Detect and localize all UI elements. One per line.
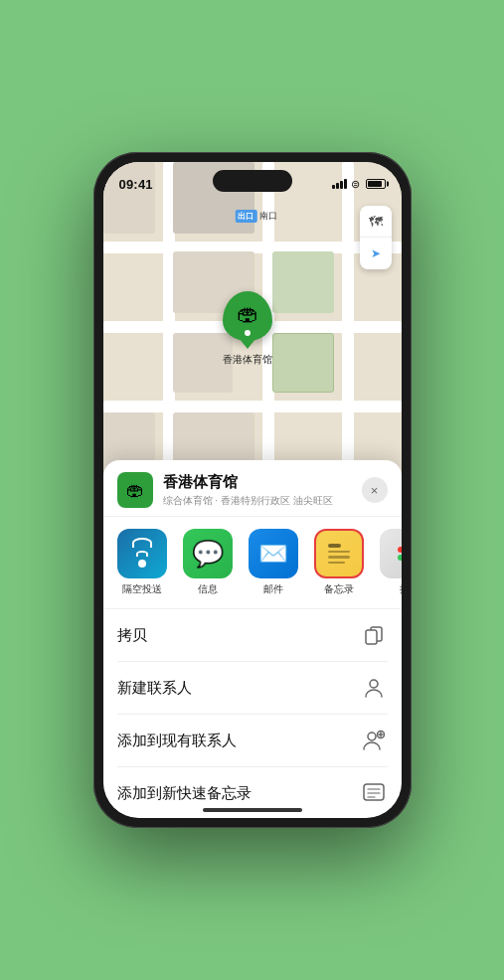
svg-point-3	[368, 733, 376, 740]
add-contact-label: 添加到现有联系人	[117, 732, 237, 750]
venue-icon: 🏟	[117, 472, 153, 508]
action-new-contact[interactable]: 新建联系人	[117, 662, 388, 715]
notes-icon	[314, 529, 364, 578]
signal-bars-icon	[332, 179, 347, 189]
svg-point-2	[370, 680, 378, 688]
messages-icon: 💬	[183, 529, 233, 578]
status-icons: ⊜	[332, 178, 386, 191]
pin-emoji: 🏟	[237, 301, 258, 327]
exit-tag: 出口	[235, 210, 256, 223]
home-indicator	[203, 808, 302, 812]
more-label: 推	[400, 582, 402, 596]
svg-rect-1	[366, 630, 377, 644]
more-icon	[380, 529, 402, 578]
map-controls: 🗺 ➤	[360, 206, 392, 269]
person-icon	[360, 674, 388, 702]
app-item-mail[interactable]: ✉️ 邮件	[245, 529, 302, 596]
sheet-info: 香港体育馆 综合体育馆 · 香港特别行政区 油尖旺区	[163, 473, 362, 508]
map-exit-label: 出口 南口	[235, 210, 277, 223]
airdrop-waves-icon	[132, 538, 152, 570]
airdrop-icon	[117, 529, 167, 578]
quick-note-label: 添加到新快速备忘录	[117, 784, 252, 803]
quick-note-icon	[360, 779, 388, 807]
phone-screen: 09:41 ⊜	[103, 162, 402, 818]
copy-icon	[360, 621, 388, 649]
wifi-icon: ⊜	[351, 178, 360, 191]
mail-icon: ✉️	[249, 529, 298, 578]
copy-label: 拷贝	[117, 626, 147, 645]
exit-name: 南口	[259, 210, 277, 223]
map-type-button[interactable]: 🗺	[360, 206, 392, 238]
sheet-header: 🏟 香港体育馆 综合体育馆 · 香港特别行政区 油尖旺区 ×	[103, 460, 402, 517]
venue-subtitle: 综合体育馆 · 香港特别行政区 油尖旺区	[163, 494, 362, 508]
app-item-messages[interactable]: 💬 信息	[179, 529, 237, 596]
person-add-icon	[360, 727, 388, 754]
action-copy[interactable]: 拷贝	[117, 609, 388, 662]
mail-label: 邮件	[263, 582, 283, 596]
venue-pin: 🏟 香港体育馆	[223, 291, 272, 367]
app-item-airdrop[interactable]: 隔空投送	[113, 529, 171, 596]
share-apps-row: 隔空投送 💬 信息 ✉️ 邮件	[103, 517, 402, 609]
action-add-contact[interactable]: 添加到现有联系人	[117, 715, 388, 767]
status-time: 09:41	[119, 177, 153, 192]
airdrop-label: 隔空投送	[122, 582, 162, 596]
notes-lines-icon	[322, 538, 356, 571]
new-contact-label: 新建联系人	[117, 679, 192, 698]
venue-name: 香港体育馆	[163, 473, 362, 492]
close-button[interactable]: ×	[362, 477, 388, 503]
app-item-more[interactable]: 推	[376, 529, 402, 596]
bottom-sheet: 🏟 香港体育馆 综合体育馆 · 香港特别行政区 油尖旺区 ×	[103, 460, 402, 818]
pin-label: 香港体育馆	[223, 353, 272, 367]
dynamic-island	[213, 170, 292, 192]
notes-label: 备忘录	[324, 582, 354, 596]
battery-icon	[366, 179, 386, 189]
app-item-notes[interactable]: 备忘录	[310, 529, 368, 596]
location-button[interactable]: ➤	[360, 238, 392, 269]
more-dots-icon	[398, 547, 402, 561]
messages-label: 信息	[198, 582, 218, 596]
action-list: 拷贝 新建联系人	[103, 609, 402, 818]
pin-icon: 🏟	[223, 291, 272, 341]
phone-frame: 09:41 ⊜	[93, 152, 412, 828]
